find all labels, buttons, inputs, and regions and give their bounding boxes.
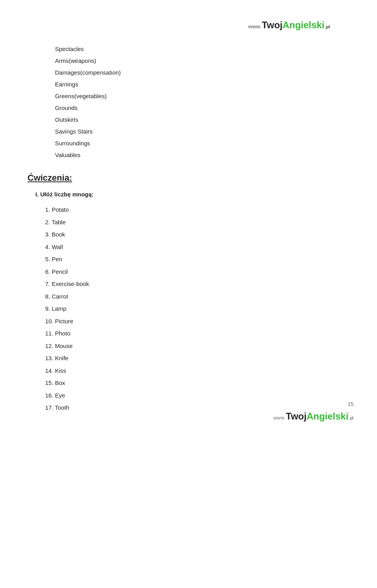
logo-www-header: www. — [248, 24, 261, 29]
list-item: Greens(vegetables) — [24, 90, 353, 102]
exercise-item: 13. Knife — [45, 352, 353, 365]
exercise-item: 12. Mouse — [45, 340, 353, 352]
list-item: Earnings — [24, 79, 353, 90]
word-list: Spectacles Arms(weapons) Damages(compens… — [24, 43, 353, 161]
exercise-item: 16. Eye — [45, 389, 353, 402]
exercise-item: 14. Kiss — [45, 365, 353, 377]
logo-pl-header: .pl — [325, 24, 330, 29]
exercise-item: 4. Wall — [45, 241, 353, 253]
exercise-item: 2. Table — [45, 216, 353, 229]
list-item: Savings Stairs — [24, 126, 353, 137]
cwiczenia-heading: Ćwiczenia: — [24, 173, 353, 183]
list-item: Grounds — [24, 102, 353, 114]
logo-twoj-header: Twoj — [262, 20, 283, 31]
footer-logo-twoj: Twoj — [286, 411, 307, 422]
header-area: www. Twoj Angielski .pl — [24, 12, 353, 35]
footer-logo-angielski: Angielski — [307, 411, 349, 422]
list-item: Valuables — [24, 149, 353, 161]
section-title: I. Ułóż liczbę mnogą: — [24, 191, 353, 198]
exercise-item: 3. Book — [45, 228, 353, 241]
exercise-item: 1. Potato — [45, 203, 353, 216]
logo-angielski-header: Angielski — [282, 20, 324, 31]
footer-logo-pl: .pl — [349, 416, 353, 420]
list-item: Outskirts — [24, 114, 353, 126]
list-item: Spectacles — [24, 43, 353, 55]
list-item: Damages(compensation) — [24, 67, 353, 79]
footer: 15 www. Twoj Angielski .pl — [273, 401, 353, 422]
list-item: Surroundings — [24, 137, 353, 149]
exercise-item: 6. Pencil — [45, 266, 353, 278]
exercise-item: 10. Picture — [45, 315, 353, 328]
cwiczenia-section: Ćwiczenia: I. Ułóż liczbę mnogą: 1. Pota… — [24, 173, 353, 414]
exercise-item: 7. Exercise-book — [45, 278, 353, 290]
word-list-section: Spectacles Arms(weapons) Damages(compens… — [24, 43, 353, 161]
page-container: www. Twoj Angielski .pl Spectacles Arms(… — [0, 0, 377, 438]
footer-logo: www. Twoj Angielski .pl — [273, 411, 353, 422]
exercise-item: 15. Box — [45, 377, 353, 389]
page-number: 15 — [273, 401, 353, 407]
exercise-item: 9. Lamp — [45, 302, 353, 315]
exercise-list: 1. Potato 2. Table 3. Book 4. Wall 5. Pe… — [24, 203, 353, 414]
exercise-item: 8. Carrot — [45, 290, 353, 303]
header-logo: www. Twoj Angielski .pl — [248, 20, 330, 31]
logo-block-header: www. Twoj Angielski .pl — [248, 20, 330, 31]
list-item: Arms(weapons) — [24, 55, 353, 67]
exercise-item: 11. Photo — [45, 327, 353, 340]
exercise-item: 5. Pen — [45, 253, 353, 266]
footer-logo-www: www. — [273, 415, 285, 421]
